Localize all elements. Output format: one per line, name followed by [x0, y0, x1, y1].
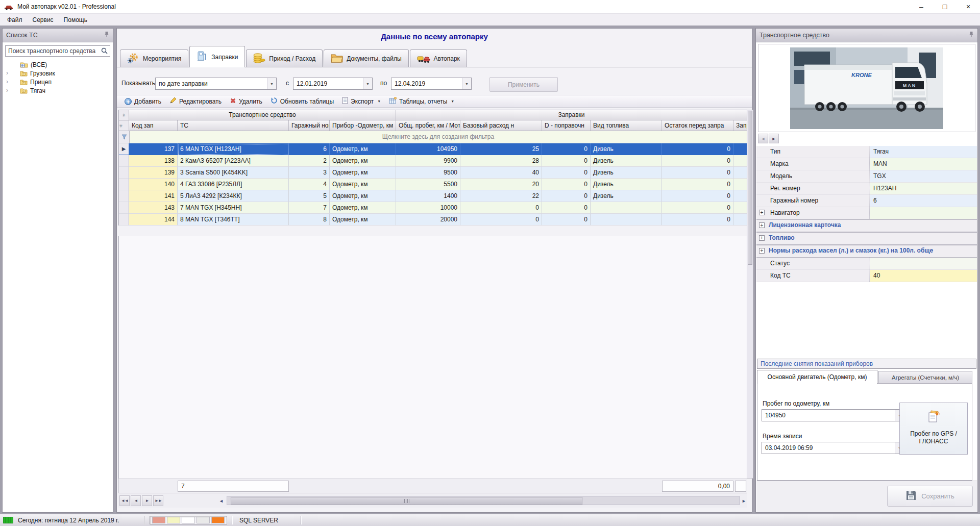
table-row[interactable]: 141 5 ЛиАЗ 4292 [К234КК] 5 Одометр, км 1…: [119, 190, 747, 202]
chevron-right-icon[interactable]: ›: [6, 69, 13, 78]
reports-button[interactable]: Таблицы, отчеты ▼: [385, 96, 458, 107]
col-fuel-type[interactable]: Вид топлива: [591, 120, 662, 131]
menu-help[interactable]: Помощь: [59, 15, 92, 25]
grid-filter-row[interactable]: Щелкните здесь для создания фильтра: [119, 131, 747, 143]
vertical-scrollbar[interactable]: [747, 110, 753, 479]
scroll-right-icon[interactable]: ►: [740, 496, 748, 505]
menu-file[interactable]: Файл: [2, 15, 28, 25]
prop-row-status[interactable]: Статус: [756, 258, 977, 270]
table-row[interactable]: 143 7 MAN TGX [H345HH] 7 Одометр, км 100…: [119, 202, 747, 214]
col-mileage[interactable]: Общ. пробег, км / Мот: [396, 120, 460, 131]
vertical-scroll-thumb[interactable]: [748, 111, 752, 265]
horizontal-scroll-thumb[interactable]: [231, 497, 582, 505]
refresh-button[interactable]: Обновить таблицы: [266, 96, 338, 107]
prop-row-brand[interactable]: Марка MAN: [756, 158, 977, 170]
minimize-button[interactable]: –: [910, 0, 933, 13]
col-device[interactable]: Прибор -Одометр, км: [330, 120, 396, 131]
tree-item-all[interactable]: (ВСЕ): [3, 60, 113, 69]
chevron-down-icon[interactable]: ▼: [363, 78, 372, 89]
photo-next-icon[interactable]: ►: [769, 134, 779, 143]
table-row[interactable]: 138 2 КамАЗ 65207 [A223AA] 2 Одометр, км…: [119, 155, 747, 167]
save-button[interactable]: Сохранить: [887, 486, 973, 507]
table-row[interactable]: 140 4 ГАЗ 33086 [Р235ЛЛ] 4 Одометр, км 5…: [119, 179, 747, 190]
date-to-combo[interactable]: 12.04.2019 ▼: [391, 78, 472, 90]
prop-row-code[interactable]: Код ТС 40: [756, 270, 977, 282]
chevron-right-icon[interactable]: ›: [6, 78, 13, 86]
gps-mileage-button[interactable]: Пробег по GPS / ГЛОНАСС: [899, 403, 968, 455]
search-icon[interactable]: [101, 47, 108, 56]
expand-plus-icon[interactable]: +: [759, 222, 765, 228]
vehicle-search: [5, 45, 110, 57]
tab-fleet[interactable]: Автопарк: [410, 49, 467, 67]
band-vehicle[interactable]: Транспортное средство: [129, 110, 396, 120]
close-button[interactable]: ×: [957, 0, 980, 13]
tab-aggregates[interactable]: Агрегаты (Счетчики, м/ч): [878, 371, 972, 384]
date-from-combo[interactable]: 12.01.2019 ▼: [293, 78, 373, 90]
prop-row-model[interactable]: Модель TGX: [756, 170, 977, 183]
prop-row-garage[interactable]: Гаражный номер 6: [756, 195, 977, 207]
col-garage[interactable]: Гаражный ном: [289, 120, 330, 131]
prop-category-license[interactable]: + Лицензионная карточка: [756, 219, 977, 232]
odometer-combo[interactable]: 104950 ▼: [762, 409, 904, 421]
chevron-down-icon[interactable]: ▼: [462, 78, 471, 89]
pin-icon[interactable]: [104, 31, 109, 39]
prop-row-reg[interactable]: Рег. номер H123AH: [756, 183, 977, 195]
table-row[interactable]: ▶ 137 6 MAN TGX [H123AH] 6 Одометр, км 1…: [119, 143, 747, 155]
prev-page-button[interactable]: ◄: [131, 495, 141, 506]
tab-refuels[interactable]: Заправки: [189, 46, 245, 67]
col-code[interactable]: Код зап: [129, 120, 178, 131]
table-row[interactable]: 139 3 Scania S500 [K454KK] 3 Одометр, км…: [119, 167, 747, 179]
tree-item-trailer[interactable]: › ✳ Прицеп: [3, 78, 113, 86]
tab-main-engine[interactable]: Основной двигатель (Одометр, км): [757, 370, 877, 384]
prop-category-norms[interactable]: + Нормы расхода масел (л.) и смазок (кг.…: [756, 245, 977, 258]
record-time-combo[interactable]: 03.04.2019 06:59 ▼: [762, 442, 904, 454]
corner-asterisk-icon[interactable]: ✳: [119, 120, 129, 131]
delete-button[interactable]: Удалить: [226, 96, 266, 107]
chevron-down-icon[interactable]: ▼: [267, 78, 276, 89]
band-refuels[interactable]: Заправки: [396, 110, 747, 120]
tree-item-tractor[interactable]: › ✳ Тягач: [3, 86, 113, 95]
edit-button[interactable]: Редактировать: [165, 96, 226, 107]
filter-hint[interactable]: Щелкните здесь для создания фильтра: [130, 131, 747, 143]
col-d-correction[interactable]: D - поправочн: [542, 120, 591, 131]
add-button[interactable]: + Добавить: [120, 96, 165, 107]
prop-row-navigator[interactable]: + Навигатор: [756, 207, 977, 219]
col-base-rate[interactable]: Базовый расход н: [460, 120, 542, 131]
pin-icon[interactable]: [969, 31, 974, 39]
col-vehicle[interactable]: ТС: [178, 120, 289, 131]
cell-refuel: [733, 155, 747, 167]
cell-garage: 4: [289, 179, 330, 190]
scroll-left-icon[interactable]: ◄: [217, 496, 225, 505]
menu-service[interactable]: Сервис: [28, 15, 59, 25]
corner-asterisk-icon[interactable]: ✳: [119, 110, 129, 120]
table-row[interactable]: 144 8 MAN TGX [T346TT] 8 Одометр, км 200…: [119, 214, 747, 226]
to-label: по: [380, 80, 387, 87]
chevron-right-icon[interactable]: ›: [6, 86, 13, 95]
last-page-button[interactable]: ►►: [153, 495, 163, 506]
tab-events[interactable]: Мероприятия: [120, 49, 188, 67]
today-date: Сегодня: пятница 12 Апрель 2019 г.: [18, 517, 139, 524]
search-input[interactable]: [5, 45, 110, 57]
filter-mode-combo[interactable]: по дате заправки ▼: [155, 78, 277, 90]
expand-plus-icon[interactable]: +: [759, 248, 765, 254]
tab-label: Заправки: [211, 54, 238, 61]
col-rest-before[interactable]: Остаток перед запра: [662, 120, 733, 131]
cell-mileage: 1400: [396, 190, 460, 202]
expand-plus-icon[interactable]: +: [759, 210, 765, 215]
maximize-button[interactable]: □: [933, 0, 957, 13]
prop-row-type[interactable]: Тип Тягач: [756, 146, 977, 158]
row-indicator: [119, 155, 129, 167]
first-page-button[interactable]: ◄◄: [119, 495, 130, 506]
photo-prev-icon[interactable]: ◄: [758, 134, 768, 143]
col-refuel[interactable]: Запр: [733, 120, 747, 131]
cell-device: Одометр, км: [330, 202, 396, 214]
horizontal-scrollbar[interactable]: [227, 496, 740, 505]
tab-income-expense[interactable]: Приход / Расход: [246, 49, 323, 67]
tab-documents[interactable]: Документы, файлы: [324, 49, 408, 67]
export-button[interactable]: Экспорт ▼: [338, 96, 385, 107]
expand-plus-icon[interactable]: +: [759, 235, 765, 241]
prop-category-fuel[interactable]: + Топливо: [756, 232, 977, 245]
next-page-button[interactable]: ►: [142, 495, 152, 506]
tree-item-truck[interactable]: › ✳ Грузовик: [3, 69, 113, 78]
apply-button[interactable]: Применить: [489, 77, 558, 92]
